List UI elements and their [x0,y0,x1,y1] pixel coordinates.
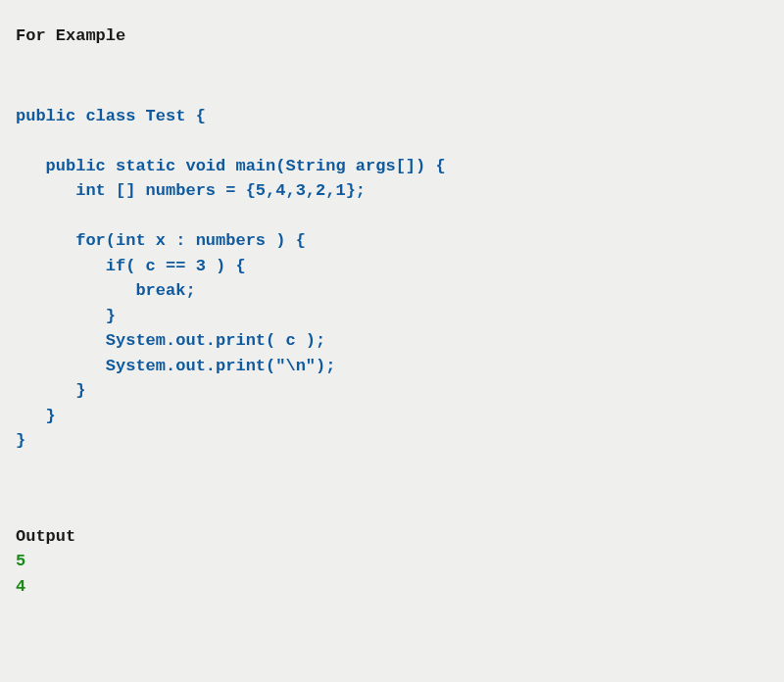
output-label: Output [16,524,768,550]
output-line-2: 4 [16,574,768,600]
code-block: public class Test { public static void m… [16,104,768,454]
example-heading: For Example [16,24,768,49]
output-line-1: 5 [16,549,768,574]
